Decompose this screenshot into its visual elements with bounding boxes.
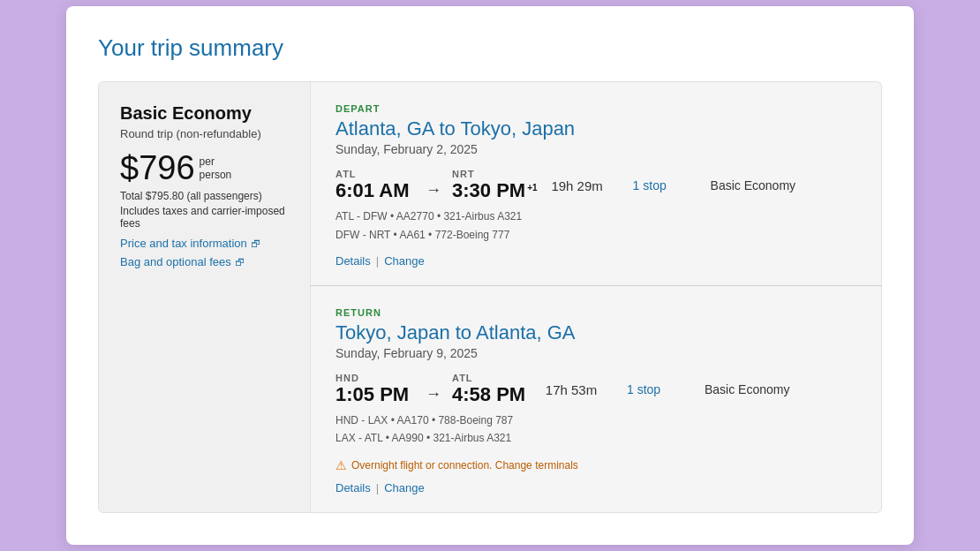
return-arrow-icon: → <box>426 376 441 404</box>
right-panel: DEPART Atlanta, GA to Tokyo, Japan Sunda… <box>311 82 881 512</box>
price-tax-link[interactable]: Price and tax information 🗗 <box>120 237 289 250</box>
external-link-icon-2: 🗗 <box>235 257 245 268</box>
return-route-title: Tokyo, Japan to Atlanta, GA <box>335 321 856 344</box>
return-from-block: HND 1:05 PM <box>335 373 415 406</box>
depart-flight-row: ATL 6:01 AM → NRT 3:30 PM +1 <box>335 169 856 202</box>
return-fare-class: Basic Economy <box>705 382 789 396</box>
return-pipe-divider: | <box>376 481 379 494</box>
return-arrival-time: 4:58 PM <box>452 383 531 406</box>
depart-change-link[interactable]: Change <box>384 254 425 268</box>
depart-segments: ATL - DFW • AA2770 • 321-Airbus A321 DFW… <box>335 208 856 244</box>
return-segments: HND - LAX • AA170 • 788-Boeing 787 LAX -… <box>335 411 856 448</box>
return-to-code: ATL <box>452 373 531 383</box>
depart-section: DEPART Atlanta, GA to Tokyo, Japan Sunda… <box>311 82 881 285</box>
depart-arrow-icon: → <box>426 172 441 200</box>
return-depart-time: 1:05 PM <box>335 383 415 406</box>
page-title: Your trip summary <box>98 34 882 62</box>
return-details-link[interactable]: Details <box>335 481 371 494</box>
depart-duration-block: 19h 29m <box>538 178 617 193</box>
return-duration: 17h 53m <box>546 382 597 397</box>
depart-duration: 19h 29m <box>551 178 602 193</box>
includes-label: Includes taxes and carrier-imposed fees <box>120 205 289 230</box>
left-panel: Basic Economy Round trip (non-refundable… <box>99 82 311 512</box>
depart-time: 6:01 AM <box>335 179 415 202</box>
warning-text: Overnight flight or connection. Change t… <box>351 459 578 472</box>
return-duration-block: 17h 53m <box>531 382 611 397</box>
return-flight-row: HND 1:05 PM → ATL 4:58 PM 17h 53m <box>335 373 856 406</box>
warning-row: ⚠ Overnight flight or connection. Change… <box>335 458 856 472</box>
depart-stops: 1 stop <box>633 178 695 192</box>
depart-to-code: NRT <box>452 169 538 179</box>
return-to-block: ATL 4:58 PM <box>452 373 531 406</box>
total-label: Total $795.80 (all passengers) <box>120 190 289 202</box>
per-person-label: per person <box>200 155 232 181</box>
trip-summary-card: Your trip summary Basic Economy Round tr… <box>66 6 914 545</box>
fare-type-label: Basic Economy <box>120 103 289 124</box>
summary-inner-card: Basic Economy Round trip (non-refundable… <box>98 81 882 513</box>
return-change-link[interactable]: Change <box>384 481 425 494</box>
external-link-icon: 🗗 <box>251 238 260 249</box>
return-stop-block: 1 stop <box>627 382 689 396</box>
depart-fare-class: Basic Economy <box>711 178 795 192</box>
depart-superscript: +1 <box>527 183 537 192</box>
depart-from-block: ATL 6:01 AM <box>335 169 415 202</box>
depart-direction-label: DEPART <box>335 103 856 114</box>
return-direction-label: RETURN <box>335 307 856 318</box>
warning-icon: ⚠ <box>335 458 347 472</box>
depart-from-code: ATL <box>335 169 415 179</box>
depart-pipe-divider: | <box>376 254 379 268</box>
depart-to-block: NRT 3:30 PM +1 <box>452 169 538 202</box>
price-row: $796 per person <box>120 151 289 185</box>
bag-fees-link[interactable]: Bag and optional fees 🗗 <box>120 255 289 268</box>
round-trip-label: Round trip (non-refundable) <box>120 127 289 140</box>
return-from-code: HND <box>335 373 415 383</box>
depart-route-title: Atlanta, GA to Tokyo, Japan <box>335 117 856 140</box>
return-date: Sunday, February 9, 2025 <box>335 346 856 360</box>
depart-action-links: Details | Change <box>335 254 856 268</box>
return-action-links: Details | Change <box>335 481 856 494</box>
return-stops: 1 stop <box>627 382 689 396</box>
price-amount: $796 <box>120 151 195 185</box>
return-section: RETURN Tokyo, Japan to Atlanta, GA Sunda… <box>311 285 881 512</box>
depart-details-link[interactable]: Details <box>335 254 371 268</box>
depart-stop-block: 1 stop <box>633 178 695 192</box>
depart-arrival-time: 3:30 PM +1 <box>452 179 538 202</box>
depart-date: Sunday, February 2, 2025 <box>335 142 856 156</box>
